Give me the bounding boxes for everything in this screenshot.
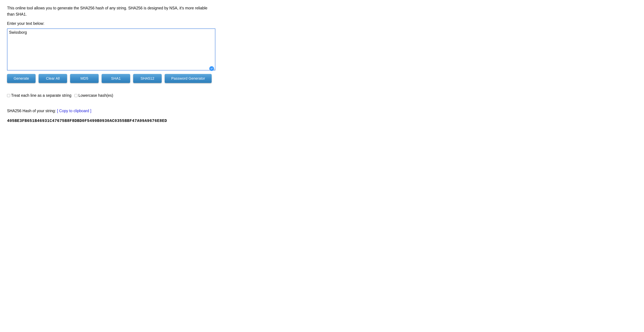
input-prompt-label: Enter your text below: [7, 20, 637, 27]
lowercase-label: Lowercase hash(es) [78, 92, 113, 98]
hash-output: 405BE3FB651B46931C47675B8F8DBD0F5499B093… [7, 118, 637, 124]
lowercase-option[interactable]: Lowercase hash(es) [74, 92, 113, 98]
clear-all-button[interactable]: Clear All [38, 74, 67, 83]
sha512-button[interactable]: SHA512 [133, 74, 162, 83]
input-valid-check-icon [209, 66, 214, 71]
password-generator-button[interactable]: Password Generator [165, 74, 212, 83]
result-label-prefix: SHA256 Hash of your string: [7, 109, 57, 113]
hash-input[interactable] [7, 28, 215, 70]
lowercase-checkbox[interactable] [74, 94, 78, 97]
result-label-line: SHA256 Hash of your string: [ Copy to cl… [7, 108, 637, 114]
intro-text: This online tool allows you to generate … [7, 5, 215, 18]
generate-button[interactable]: Generate [7, 74, 36, 83]
treat-each-line-checkbox[interactable] [7, 94, 10, 97]
md5-button[interactable]: MD5 [70, 74, 98, 83]
treat-each-line-option[interactable]: Treat each line as a separate string [7, 92, 72, 98]
sha1-button[interactable]: SHA1 [102, 74, 130, 83]
treat-each-line-label: Treat each line as a separate string [11, 92, 72, 98]
copy-to-clipboard-link[interactable]: [ Copy to clipboard ] [57, 109, 92, 113]
